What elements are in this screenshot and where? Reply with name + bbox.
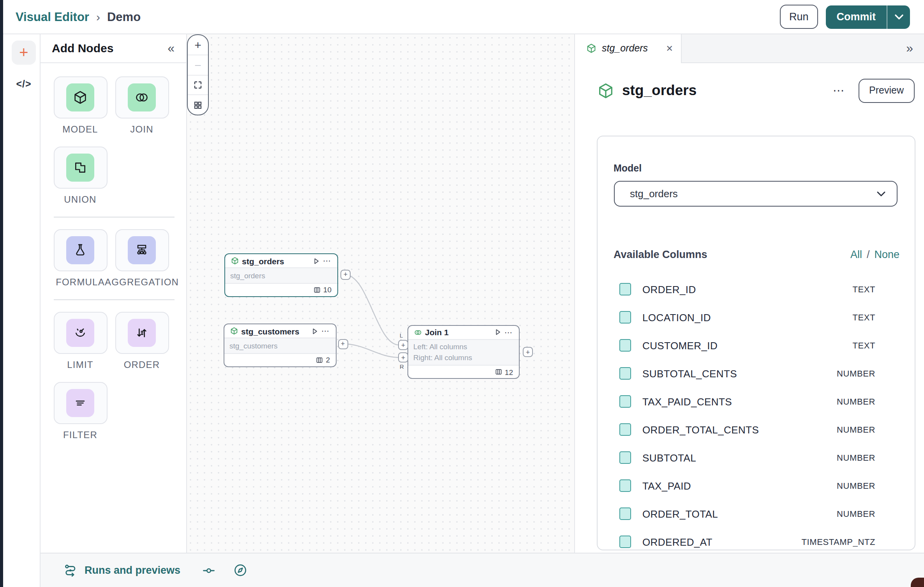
tab-stg-orders[interactable]: stg_orders ✕ <box>575 34 682 63</box>
bottom-status-bar: Runs and previews <box>40 553 924 587</box>
join-circles-icon <box>413 328 422 336</box>
node-type-label: UNION <box>64 194 96 205</box>
column-name: CUSTOMER_ID <box>642 339 718 351</box>
node-menu-icon[interactable]: ⋯ <box>321 327 330 335</box>
top-header: Visual Editor › Demo Run Commit <box>3 0 924 34</box>
breadcrumb-root-link[interactable]: Visual Editor <box>16 10 89 24</box>
output-port-join-1[interactable]: + <box>523 347 533 357</box>
node-type-label: MODEL <box>62 124 98 134</box>
node-menu-icon[interactable]: ⋯ <box>323 256 332 265</box>
column-type: NUMBER <box>837 369 875 378</box>
node-title: Join 1 <box>425 327 449 337</box>
column-checkbox[interactable] <box>619 368 631 380</box>
node-title: stg_customers <box>241 326 299 336</box>
commit-button[interactable]: Commit <box>826 5 887 28</box>
node-type-formula[interactable]: FORMULA <box>53 229 107 287</box>
column-checkbox[interactable] <box>619 396 631 408</box>
node-type-aggregation[interactable]: AGGREGATION <box>115 229 169 287</box>
aggregation-tree-icon <box>128 236 156 264</box>
collapse-panel-icon[interactable]: « <box>168 41 175 55</box>
visual-editor-app: Visual Editor › Demo Run Commit + </> Ad… <box>0 0 924 587</box>
run-button[interactable]: Run <box>780 5 818 29</box>
canvas-node-stg-customers[interactable]: stg_customers ⋯ stg_customers 2 <box>223 324 336 367</box>
node-column-count: 12 <box>505 368 513 376</box>
expand-panel-icon[interactable]: » <box>906 41 913 55</box>
join-left-input-port[interactable]: + <box>398 340 408 350</box>
formula-flask-icon <box>66 236 94 264</box>
join-circles-icon <box>128 83 156 111</box>
column-row: SUBTOTAL NUMBER <box>597 444 914 472</box>
add-nodes-body: MODEL JOIN UNION <box>40 63 186 440</box>
node-title: stg_orders <box>242 256 284 265</box>
column-checkbox[interactable] <box>619 480 631 492</box>
node-type-union[interactable]: UNION <box>53 146 107 205</box>
column-type: TIMESTAMP_NTZ <box>801 537 875 546</box>
node-column-count: 2 <box>326 356 330 364</box>
column-checkbox[interactable] <box>619 311 631 324</box>
column-row: ORDER_ID TEXT <box>597 275 914 303</box>
run-node-icon[interactable] <box>312 257 320 265</box>
node-type-label: LIMIT <box>67 359 93 370</box>
run-node-icon[interactable] <box>310 327 318 335</box>
join-right-input-port[interactable]: + <box>398 352 408 362</box>
compass-icon[interactable] <box>233 563 247 578</box>
preview-button[interactable]: Preview <box>858 79 915 103</box>
output-port-stg-orders[interactable]: + <box>340 269 351 279</box>
runs-and-previews-button[interactable]: Runs and previews <box>85 564 180 576</box>
run-node-icon[interactable] <box>494 328 501 336</box>
breadcrumb-separator-icon: › <box>96 10 100 23</box>
column-name: TAX_PAID_CENTS <box>642 396 732 407</box>
column-row: TAX_PAID NUMBER <box>597 472 914 500</box>
node-menu-icon[interactable]: ⋯ <box>504 328 513 336</box>
column-type: NUMBER <box>837 425 875 434</box>
filter-lines-icon <box>66 389 94 417</box>
model-cube-icon <box>230 256 239 265</box>
chevron-down-icon <box>894 14 903 20</box>
model-select-value: stg_orders <box>630 188 678 200</box>
panel-divider <box>53 216 174 217</box>
panel-menu-icon[interactable]: ⋯ <box>833 84 846 98</box>
node-config-panel: stg_orders ✕ » stg_orders ⋯ Preview Mode… <box>575 34 924 553</box>
join-left-port-label: L <box>400 332 403 339</box>
model-cube-icon <box>66 83 94 111</box>
node-type-filter[interactable]: FILTER <box>53 382 107 440</box>
join-right-port-label: R <box>400 363 404 370</box>
add-node-rail-button[interactable]: + <box>12 41 36 65</box>
pipeline-canvas[interactable]: stg_orders ⋯ stg_orders 10 + <box>187 34 575 553</box>
column-checkbox[interactable] <box>619 508 631 520</box>
node-type-order[interactable]: ORDER <box>115 311 169 370</box>
node-subtitle: stg_customers <box>224 338 335 354</box>
panel-divider <box>53 299 174 300</box>
column-name: ORDER_TOTAL_CENTS <box>642 424 759 435</box>
limit-gauge-icon <box>66 318 94 347</box>
code-view-button[interactable]: </> <box>12 77 36 91</box>
column-row: ORDER_TOTAL NUMBER <box>597 500 914 528</box>
node-type-join[interactable]: JOIN <box>115 76 169 134</box>
close-tab-icon[interactable]: ✕ <box>666 44 673 54</box>
column-name: LOCATION_ID <box>642 311 711 323</box>
select-all-link[interactable]: All <box>850 249 862 260</box>
column-checkbox[interactable] <box>619 536 631 548</box>
node-type-limit[interactable]: LIMIT <box>53 311 107 370</box>
canvas-node-join-1[interactable]: Join 1 ⋯ Left: All columns Right: All co… <box>407 325 519 379</box>
model-cube-icon <box>596 82 614 100</box>
model-select[interactable]: stg_orders <box>614 181 897 207</box>
column-name: ORDERED_AT <box>642 536 712 548</box>
breadcrumb-current: Demo <box>107 10 141 24</box>
output-port-stg-customers[interactable]: + <box>338 339 348 349</box>
column-row: ORDER_TOTAL_CENTS NUMBER <box>597 415 914 444</box>
column-checkbox[interactable] <box>619 452 631 464</box>
column-checkbox[interactable] <box>619 424 631 436</box>
column-checkbox[interactable] <box>619 339 631 352</box>
node-subtitle: stg_orders <box>225 267 337 284</box>
column-type: NUMBER <box>837 481 875 490</box>
column-type: TEXT <box>852 341 875 350</box>
node-type-model[interactable]: MODEL <box>53 76 107 134</box>
commit-dropdown-button[interactable] <box>887 5 910 28</box>
commit-node-icon[interactable] <box>201 563 215 577</box>
select-none-link[interactable]: None <box>874 249 899 260</box>
column-type: NUMBER <box>837 397 875 406</box>
panel-title: stg_orders <box>622 82 697 99</box>
canvas-node-stg-orders[interactable]: stg_orders ⋯ stg_orders 10 <box>224 253 338 297</box>
column-checkbox[interactable] <box>619 283 631 295</box>
